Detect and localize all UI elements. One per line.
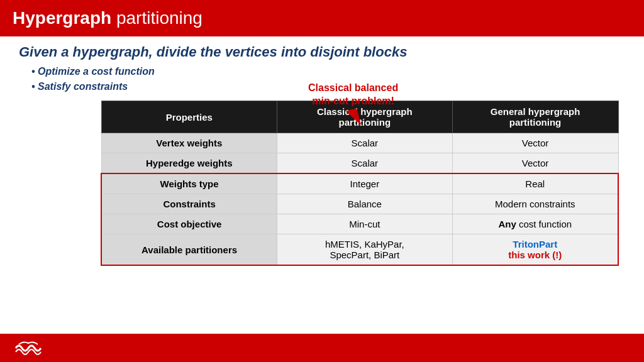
row-property: Hyperedge weights xyxy=(101,153,277,174)
row-classical: Min-cut xyxy=(277,214,452,234)
triton-blue-text: TritonPart xyxy=(460,239,610,250)
table-row: Hyperedge weights Scalar Vector xyxy=(101,153,618,174)
top-bar: Hypergraph partitioning xyxy=(0,0,644,36)
ucsd-logo-svg xyxy=(13,338,44,358)
row-classical: Balance xyxy=(277,194,452,214)
col-header-general: General hypergraphpartitioning xyxy=(452,101,618,133)
table-row-highlighted: Constraints Balance Modern constraints xyxy=(101,194,618,214)
classical-label: Classical balanced min-cut problem! xyxy=(308,82,398,127)
row-property: Constraints xyxy=(101,194,277,214)
row-general: Vector xyxy=(452,133,618,153)
row-property: Vertex weights xyxy=(101,133,277,153)
any-bold-text: Any xyxy=(498,219,516,229)
row-general: Vector xyxy=(452,153,618,174)
bottom-bar xyxy=(0,334,644,362)
cost-suffix: cost function xyxy=(516,219,572,229)
table-row-highlighted: Available partitioners hMETIS, KaHyPar,S… xyxy=(101,234,618,266)
main-heading: Given a hypergraph, divide the vertices … xyxy=(19,44,625,60)
classical-label-line1: Classical balanced xyxy=(308,82,398,95)
title-normal: partitioning xyxy=(111,8,203,28)
slide-title: Hypergraph partitioning xyxy=(13,8,203,28)
row-general: Real xyxy=(452,173,618,194)
ucsd-logo xyxy=(13,338,44,358)
classical-label-line2: min-cut problem! xyxy=(308,95,398,108)
arrow-down-icon xyxy=(345,108,361,128)
row-property: Cost objective xyxy=(101,214,277,234)
title-bold: Hypergraph xyxy=(13,8,111,28)
row-general: Modern constraints xyxy=(452,194,618,214)
col-header-properties: Properties xyxy=(101,101,277,133)
row-property: Weights type xyxy=(101,173,277,194)
row-classical: Integer xyxy=(277,173,452,194)
table-row-highlighted: Weights type Integer Real xyxy=(101,173,618,194)
content-area: Given a hypergraph, divide the vertices … xyxy=(0,36,644,272)
table-row-highlighted: Cost objective Min-cut Any cost function xyxy=(101,214,618,234)
triton-red-text: this work (!) xyxy=(460,250,610,260)
row-general-cost: Any cost function xyxy=(452,214,618,234)
row-general-triton: TritonPart this work (!) xyxy=(452,234,618,266)
row-classical: Scalar xyxy=(277,133,452,153)
row-classical: Scalar xyxy=(277,153,452,174)
row-classical: hMETIS, KaHyPar,SpecPart, BiPart xyxy=(277,234,452,266)
row-property: Available partitioners xyxy=(101,234,277,266)
table-row: Vertex weights Scalar Vector xyxy=(101,133,618,153)
sub-point-1: Optimize a cost function xyxy=(31,64,625,79)
